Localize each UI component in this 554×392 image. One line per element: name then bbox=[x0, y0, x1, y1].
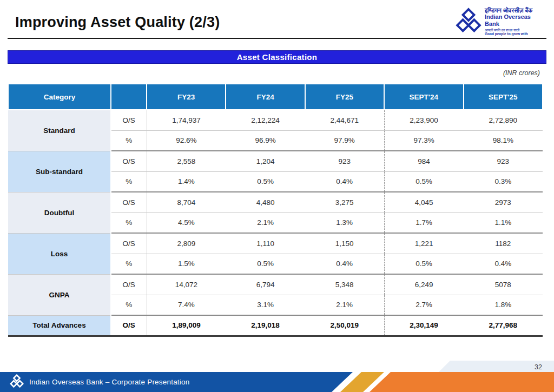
logo-hindi-name: इण्डियन ओवरसीज़ बैंक bbox=[485, 7, 545, 14]
measure-cell: O/S bbox=[111, 274, 147, 295]
column-header: Category bbox=[8, 84, 111, 110]
logo-english-tagline: Good people to grow with bbox=[485, 32, 545, 36]
value-cell: 2,19,018 bbox=[226, 315, 305, 336]
value-cell: 6,794 bbox=[226, 274, 305, 295]
measure-cell: % bbox=[111, 212, 147, 233]
value-cell: 2.1% bbox=[305, 295, 384, 315]
table-row: DoubtfulO/S8,7044,4803,2754,0452973 bbox=[8, 192, 543, 212]
logo-english-name: Indian Overseas Bank bbox=[485, 14, 545, 27]
category-cell: Total Advances bbox=[8, 315, 111, 336]
table-row: Sub-standardO/S2,5581,204923984923 bbox=[8, 151, 543, 171]
footer-bar: Indian Overseas Bank – Corporate Present… bbox=[0, 372, 379, 392]
bank-logo: इण्डियन ओवरसीज़ बैंक Indian Overseas Ban… bbox=[456, 7, 545, 36]
value-cell: 2973 bbox=[464, 192, 543, 212]
value-cell: 923 bbox=[305, 151, 384, 171]
value-cell: 0.5% bbox=[384, 254, 463, 274]
value-cell: 2.7% bbox=[384, 295, 463, 315]
value-cell: 6,249 bbox=[384, 274, 463, 295]
measure-cell: % bbox=[111, 130, 147, 151]
value-cell: 4.5% bbox=[147, 212, 226, 233]
value-cell: 1.5% bbox=[147, 254, 226, 274]
value-cell: 96.9% bbox=[226, 130, 305, 151]
value-cell: 2,72,890 bbox=[464, 110, 543, 130]
value-cell: 2,44,671 bbox=[305, 110, 384, 130]
value-cell: 98.1% bbox=[464, 130, 543, 151]
value-cell: 2,50,019 bbox=[305, 315, 384, 336]
value-cell: 984 bbox=[384, 151, 463, 171]
column-header: FY23 bbox=[147, 84, 226, 110]
value-cell: 14,072 bbox=[147, 274, 226, 295]
category-cell: Loss bbox=[8, 233, 111, 274]
value-cell: 1,110 bbox=[226, 233, 305, 254]
unit-note: (INR crores) bbox=[503, 69, 540, 77]
presentation-slide: Improving Asset Quality (2/3) इण्डियन ओव… bbox=[0, 0, 554, 392]
value-cell: 2,809 bbox=[147, 233, 226, 254]
value-cell: 2,30,149 bbox=[384, 315, 463, 336]
measure-cell: % bbox=[111, 171, 147, 192]
value-cell: 1182 bbox=[464, 233, 543, 254]
value-cell: 0.4% bbox=[305, 254, 384, 274]
footer-caption: Indian Overseas Bank – Corporate Present… bbox=[29, 378, 189, 386]
table-row: GNPAO/S14,0726,7945,3486,2495078 bbox=[8, 274, 543, 295]
category-cell: Standard bbox=[8, 110, 111, 151]
value-cell: 0.4% bbox=[305, 171, 384, 192]
value-cell: 1.7% bbox=[384, 212, 463, 233]
value-cell: 2,558 bbox=[147, 151, 226, 171]
value-cell: 3.1% bbox=[226, 295, 305, 315]
value-cell: 0.5% bbox=[226, 171, 305, 192]
asset-classification-table: CategoryFY23FY24FY25SEPT'24SEPT'25 Stand… bbox=[8, 83, 543, 337]
value-cell: 97.9% bbox=[305, 130, 384, 151]
value-cell: 8,704 bbox=[147, 192, 226, 212]
category-cell: GNPA bbox=[8, 274, 111, 315]
value-cell: 92.6% bbox=[147, 130, 226, 151]
value-cell: 7.4% bbox=[147, 295, 226, 315]
iob-diamonds-icon bbox=[456, 8, 482, 36]
title-divider bbox=[8, 38, 546, 39]
logo-hindi-tagline: आपकी प्रगति का सच्चा साथी bbox=[485, 28, 545, 32]
value-cell: 1.8% bbox=[464, 295, 543, 315]
table-head: CategoryFY23FY24FY25SEPT'24SEPT'25 bbox=[8, 84, 543, 110]
value-cell: 0.5% bbox=[384, 171, 463, 192]
value-cell: 1,204 bbox=[226, 151, 305, 171]
value-cell: 1.4% bbox=[147, 171, 226, 192]
value-cell: 3,275 bbox=[305, 192, 384, 212]
category-cell: Doubtful bbox=[8, 192, 111, 233]
value-cell: 1,221 bbox=[384, 233, 463, 254]
measure-cell: O/S bbox=[111, 315, 147, 336]
value-cell: 1.1% bbox=[464, 212, 543, 233]
value-cell: 2,23,900 bbox=[384, 110, 463, 130]
value-cell: 1,89,009 bbox=[147, 315, 226, 336]
value-cell: 5,348 bbox=[305, 274, 384, 295]
value-cell: 5078 bbox=[464, 274, 543, 295]
column-header: SEPT'25 bbox=[464, 84, 543, 110]
value-cell: 0.5% bbox=[226, 254, 305, 274]
page-number-strip: 32 bbox=[0, 361, 554, 373]
value-cell: 1,150 bbox=[305, 233, 384, 254]
table-row: Total AdvancesO/S1,89,0092,19,0182,50,01… bbox=[8, 315, 543, 336]
value-cell: 0.4% bbox=[464, 254, 543, 274]
value-cell: 4,480 bbox=[226, 192, 305, 212]
page-title: Improving Asset Quality (2/3) bbox=[15, 14, 220, 31]
measure-cell: O/S bbox=[111, 110, 147, 130]
column-header: SEPT'24 bbox=[384, 84, 463, 110]
table-body: StandardO/S1,74,9372,12,2242,44,6712,23,… bbox=[8, 110, 543, 336]
value-cell: 2,12,224 bbox=[226, 110, 305, 130]
category-cell: Sub-standard bbox=[8, 151, 111, 192]
page-number: 32 bbox=[535, 363, 542, 371]
section-banner-label: Asset Classification bbox=[237, 52, 318, 62]
asset-classification-table-wrap: CategoryFY23FY24FY25SEPT'24SEPT'25 Stand… bbox=[8, 83, 543, 337]
measure-cell: O/S bbox=[111, 151, 147, 171]
value-cell: 1,74,937 bbox=[147, 110, 226, 130]
measure-cell: % bbox=[111, 295, 147, 315]
value-cell: 0.3% bbox=[464, 171, 543, 192]
measure-cell: O/S bbox=[111, 192, 147, 212]
column-header bbox=[111, 84, 147, 110]
value-cell: 4,045 bbox=[384, 192, 463, 212]
column-header: FY24 bbox=[226, 84, 305, 110]
value-cell: 2.1% bbox=[226, 212, 305, 233]
measure-cell: O/S bbox=[111, 233, 147, 254]
value-cell: 923 bbox=[464, 151, 543, 171]
section-banner: Asset Classification bbox=[8, 50, 546, 64]
table-row: LossO/S2,8091,1101,1501,2211182 bbox=[8, 233, 543, 254]
value-cell: 2,77,968 bbox=[464, 315, 543, 336]
